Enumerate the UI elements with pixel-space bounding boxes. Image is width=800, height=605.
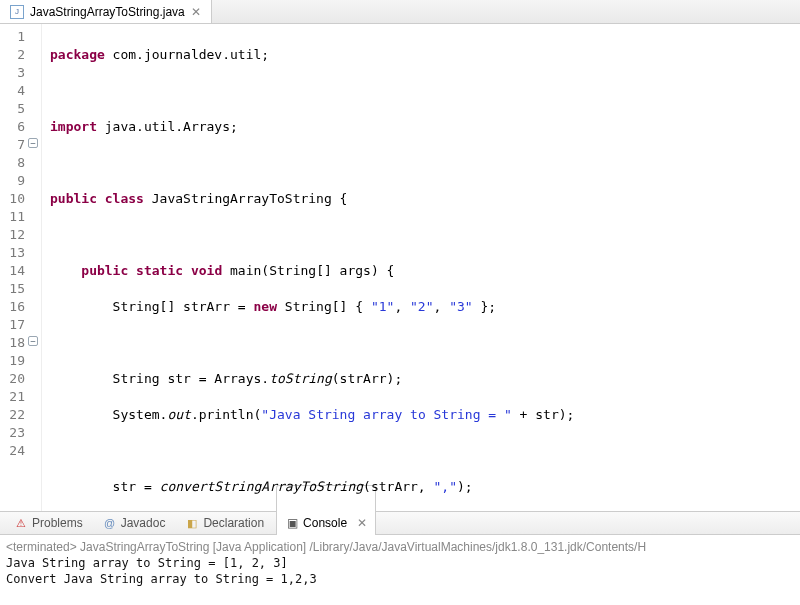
declaration-icon: ◧ (185, 516, 199, 530)
editor-tab-bar: JavaStringArrayToString.java ✕ (0, 0, 800, 24)
tab-label: Problems (32, 516, 83, 530)
line-number: 4 (0, 82, 39, 100)
line-number: 3 (0, 64, 39, 82)
javadoc-icon: @ (103, 516, 117, 530)
tab-label: Declaration (203, 516, 264, 530)
tab-declaration[interactable]: ◧ Declaration (177, 514, 272, 532)
code-content[interactable]: package com.journaldev.util; import java… (42, 24, 800, 511)
line-number: 2 (0, 46, 39, 64)
java-file-icon (10, 5, 24, 19)
close-icon[interactable]: ✕ (357, 516, 367, 530)
line-number: 7− (0, 136, 39, 154)
line-number: 19 (0, 352, 39, 370)
line-number: 6 (0, 118, 39, 136)
tab-label: Console (303, 516, 347, 530)
code-editor[interactable]: 1 2 3 4 5 6 7− 8 9 10 11 12 13 14 15 16 … (0, 24, 800, 511)
line-number: 11 (0, 208, 39, 226)
line-number: 1 (0, 28, 39, 46)
tab-problems[interactable]: ⚠ Problems (6, 514, 91, 532)
line-number: 16 (0, 298, 39, 316)
console-output-line: Convert Java String array to String = 1,… (6, 571, 794, 587)
line-number: 5 (0, 100, 39, 118)
console-header: <terminated> JavaStringArrayToString [Ja… (6, 539, 794, 555)
line-number: 8 (0, 154, 39, 172)
editor-tab-label: JavaStringArrayToString.java (30, 5, 185, 19)
line-number: 15 (0, 280, 39, 298)
line-number: 12 (0, 226, 39, 244)
fold-toggle-icon[interactable]: − (28, 336, 38, 346)
problems-icon: ⚠ (14, 516, 28, 530)
line-number: 17 (0, 316, 39, 334)
line-number: 10 (0, 190, 39, 208)
tab-javadoc[interactable]: @ Javadoc (95, 514, 174, 532)
line-number: 9 (0, 172, 39, 190)
line-number: 21 (0, 388, 39, 406)
bottom-view-tabs: ⚠ Problems @ Javadoc ◧ Declaration ▣ Con… (0, 511, 800, 535)
line-number: 13 (0, 244, 39, 262)
line-number: 20 (0, 370, 39, 388)
tab-label: Javadoc (121, 516, 166, 530)
line-number-gutter: 1 2 3 4 5 6 7− 8 9 10 11 12 13 14 15 16 … (0, 24, 42, 511)
line-number: 14 (0, 262, 39, 280)
close-icon[interactable]: ✕ (191, 5, 201, 19)
line-number: 22 (0, 406, 39, 424)
line-number: 23 (0, 424, 39, 442)
line-number: 24 (0, 442, 39, 460)
line-number: 18− (0, 334, 39, 352)
console-view: <terminated> JavaStringArrayToString [Ja… (0, 535, 800, 605)
fold-toggle-icon[interactable]: − (28, 138, 38, 148)
console-output-line: Java String array to String = [1, 2, 3] (6, 555, 794, 571)
editor-tab[interactable]: JavaStringArrayToString.java ✕ (0, 0, 212, 23)
